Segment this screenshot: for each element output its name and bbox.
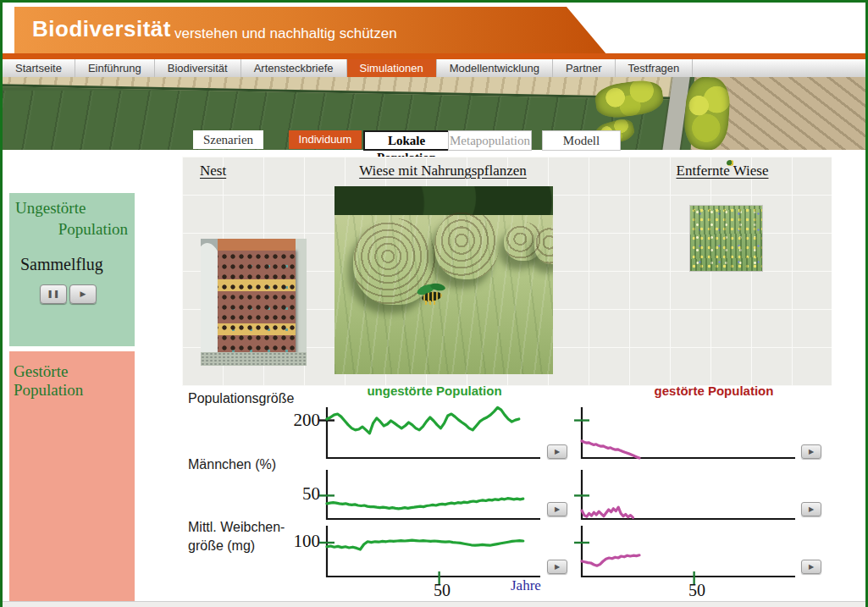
nav-item-startseite[interactable]: Startseite: [3, 59, 75, 77]
nest-holes: [218, 249, 296, 352]
nav-item-artensteckbriefe[interactable]: Artensteckbriefe: [241, 59, 347, 77]
undisturbed-title-line1: Ungestörte: [15, 199, 86, 218]
series-left-row0: [327, 407, 519, 433]
meadow-image: [334, 186, 553, 374]
sammelflug-label: Sammelflug: [20, 255, 103, 274]
tab-metapopulation[interactable]: Metapopulation: [448, 130, 532, 151]
play-icon: ▶: [80, 290, 86, 298]
axis-1-left: [327, 470, 540, 519]
simulation-panel: Nest Wiese mit Nahrungspflanzen Entfernt…: [182, 157, 832, 386]
nav-item-einführung[interactable]: Einführung: [75, 59, 155, 77]
population-size-label: Populationsgröße: [188, 391, 294, 406]
disturbed-title: Gestörte Population: [14, 362, 135, 400]
undisturbed-population-box: Ungestörte Population Sammelflug ❚❚ ▶: [9, 193, 135, 346]
chart-play-button-left-row0[interactable]: ▶: [547, 444, 567, 459]
distant-meadow-image: [690, 206, 762, 271]
chart-play-button-right-row0[interactable]: ▶: [801, 444, 821, 459]
pause-icon: ❚❚: [47, 290, 59, 298]
series-right-row0: [582, 441, 639, 458]
series-left-row1: [327, 499, 523, 509]
flying-bee-sprite: [415, 284, 449, 312]
undisturbed-title-line2: Population: [18, 220, 128, 239]
axis-2-left: [327, 526, 540, 577]
distant-meadow-column-header: Entfernte Wiese: [667, 163, 777, 179]
play-icon: ▶: [555, 563, 560, 571]
axis-2-right: [582, 526, 795, 577]
meadow-texture: [690, 206, 762, 271]
meadow-column-header: Wiese mit Nahrungspflanzen: [324, 163, 561, 179]
tab-szenarien[interactable]: Szenarien: [193, 130, 263, 149]
chart-play-button-left-row2[interactable]: ▶: [547, 560, 567, 574]
hay-bale: [434, 210, 499, 279]
page-bottom-strip: [3, 601, 865, 607]
site-subtitle: verstehen und nachhaltig schützen: [174, 25, 397, 42]
pause-button[interactable]: ❚❚: [40, 284, 67, 304]
nest-gravel: [201, 352, 307, 366]
population-charts: [313, 396, 821, 607]
play-icon: ▶: [809, 563, 814, 571]
tab-individuum[interactable]: Individuum: [289, 130, 362, 149]
site-title: Biodiversität: [32, 16, 171, 42]
header-accent-strip: [3, 53, 865, 59]
axis-1-right: [582, 470, 795, 519]
nav-item-biodiversität[interactable]: Biodiversität: [155, 59, 241, 77]
play-button[interactable]: ▶: [69, 284, 97, 304]
tab-lokale-population[interactable]: Lokale Population: [363, 130, 450, 151]
chart-play-button-right-row2[interactable]: ▶: [801, 560, 821, 574]
nest-image: [201, 239, 307, 366]
nav-item-testfragen[interactable]: Testfragen: [616, 59, 694, 77]
main-navbar: StartseiteEinführungBiodiversitätArtenst…: [3, 59, 865, 77]
disturbed-population-box: Gestörte Population: [9, 351, 135, 602]
axis-0-left: [327, 407, 540, 458]
tab-modell[interactable]: Modell: [542, 130, 621, 151]
nav-item-modellentwicklung[interactable]: Modellentwicklung: [437, 59, 553, 77]
tree-line: [334, 186, 553, 215]
males-percent-label: Männchen (%): [188, 457, 276, 472]
play-icon: ▶: [809, 448, 814, 455]
series-left-row2: [327, 540, 523, 549]
chart-play-button-left-row1[interactable]: ▶: [547, 502, 567, 516]
series-right-row1: [582, 507, 633, 517]
series-right-row2: [582, 555, 639, 566]
simulation-tabs: SzenarienIndividuumLokale PopulationMeta…: [3, 130, 865, 151]
nav-item-simulationen[interactable]: Simulationen: [347, 59, 437, 77]
play-icon: ▶: [555, 448, 560, 455]
nest-column-header: Nest: [200, 163, 226, 179]
play-icon: ▶: [809, 505, 814, 513]
nav-item-partner[interactable]: Partner: [553, 59, 616, 77]
chart-play-button-right-row1[interactable]: ▶: [801, 502, 821, 516]
female-size-label-line2: größe (mg): [188, 538, 255, 554]
bee-icon: [727, 160, 734, 166]
female-size-label-line1: Mittl. Weibchen-: [188, 520, 285, 535]
biodiversity-simulation-page: Biodiversität verstehen und nachhaltig s…: [0, 0, 868, 607]
play-icon: ▶: [555, 505, 560, 513]
